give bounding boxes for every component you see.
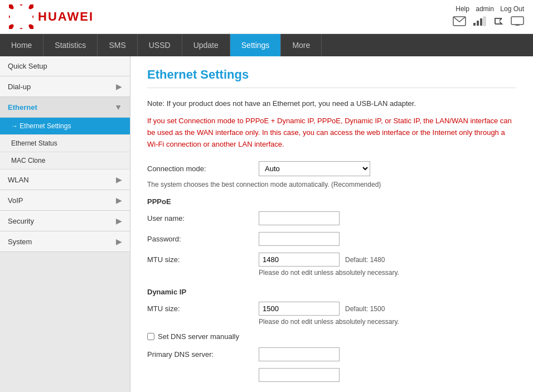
system-arrow: ▶ — [116, 237, 122, 246]
connection-mode-section: Connection mode: Auto PPPoE + Dynamic IP… — [147, 161, 516, 188]
svg-point-5 — [9, 23, 15, 29]
ethernet-submenu: → Ethernet Settings Ethernet Status MAC … — [0, 118, 130, 170]
monitor-icon — [511, 16, 524, 29]
password-row: Password: — [147, 232, 516, 246]
secondary-dns-row — [147, 368, 516, 382]
svg-point-1 — [27, 4, 33, 11]
svg-point-2 — [32, 14, 33, 19]
svg-point-4 — [19, 28, 23, 29]
pppoe-mtu-input[interactable] — [259, 253, 340, 267]
password-label: Password: — [147, 235, 259, 243]
main-container: Quick Setup Dial-up ▶ Ethernet ▼ → Ether… — [0, 56, 533, 392]
nav-sms[interactable]: SMS — [98, 34, 137, 56]
brand-name: HUAWEI — [38, 9, 94, 24]
sidebar-item-ethernet[interactable]: Ethernet ▼ — [0, 97, 130, 118]
security-arrow: ▶ — [116, 216, 122, 225]
username-input[interactable] — [259, 211, 340, 225]
nav-home[interactable]: Home — [0, 34, 43, 56]
dial-up-arrow: ▶ — [116, 82, 122, 91]
note-text: Note: If your product does not have an E… — [147, 99, 516, 108]
connection-mode-label: Connection mode: — [147, 164, 259, 173]
primary-dns-input[interactable] — [259, 347, 340, 361]
nav-statistics[interactable]: Statistics — [43, 34, 98, 56]
nav-ussd[interactable]: USSD — [138, 34, 182, 56]
sidebar-item-quick-setup[interactable]: Quick Setup — [0, 56, 130, 76]
help-link[interactable]: Help — [456, 5, 469, 13]
sidebar-subitem-ethernet-settings[interactable]: → Ethernet Settings — [0, 118, 130, 135]
dynamic-ip-mtu-inner: MTU size: Default: 1500 — [147, 302, 385, 316]
svg-rect-9 — [473, 23, 476, 26]
connection-mode-hint: The system chooses the best connection m… — [147, 181, 516, 188]
svg-point-6 — [9, 14, 10, 19]
signal-icon — [473, 16, 486, 29]
dynamic-ip-mtu-warn: Please do not edit unless absolutely nec… — [259, 318, 399, 326]
svg-point-0 — [19, 4, 23, 6]
pppoe-mtu-inner: MTU size: Default: 1480 — [147, 253, 385, 267]
pppoe-mtu-warn: Please do not edit unless absolutely nec… — [259, 269, 399, 277]
sidebar-item-security[interactable]: Security ▶ — [0, 211, 130, 231]
huawei-logo-icon — [9, 4, 33, 29]
logo: HUAWEI — [9, 4, 94, 29]
sidebar-subitem-ethernet-status[interactable]: Ethernet Status — [0, 135, 130, 152]
dynamic-ip-mtu-row: MTU size: Default: 1500 Please do not ed… — [147, 302, 516, 326]
svg-point-3 — [27, 23, 33, 29]
dns-checkbox[interactable] — [147, 333, 154, 340]
nav-update[interactable]: Update — [182, 34, 230, 56]
pppoe-section-title: PPPoE — [147, 197, 516, 206]
svg-rect-11 — [480, 18, 482, 26]
sidebar: Quick Setup Dial-up ▶ Ethernet ▼ → Ether… — [0, 56, 130, 392]
sidebar-item-dial-up[interactable]: Dial-up ▶ — [0, 76, 130, 97]
sidebar-subitem-mac-clone[interactable]: MAC Clone — [0, 152, 130, 170]
admin-link[interactable]: admin — [476, 5, 494, 13]
dynamic-ip-mtu-default: Default: 1500 — [345, 305, 385, 313]
dynamic-ip-mtu-label: MTU size: — [147, 304, 259, 313]
username-row: User name: — [147, 211, 516, 225]
ethernet-arrow: ▼ — [114, 103, 122, 112]
page-title: Ethernet Settings — [147, 67, 516, 88]
dns-checkbox-label: Set DNS server manually — [158, 332, 239, 341]
svg-rect-10 — [477, 21, 479, 26]
username-label: User name: — [147, 214, 259, 222]
pppoe-mtu-label: MTU size: — [147, 255, 259, 264]
wlan-arrow: ▶ — [116, 175, 122, 184]
main-nav: Home Statistics SMS USSD Update Settings… — [0, 34, 533, 56]
svg-point-7 — [9, 4, 15, 11]
voip-arrow: ▶ — [116, 196, 122, 205]
connection-mode-row: Connection mode: Auto PPPoE + Dynamic IP… — [147, 161, 516, 176]
dns-checkbox-row: Set DNS server manually — [147, 332, 516, 341]
connection-mode-select[interactable]: Auto PPPoE + Dynamic IP PPPoE Dynamic IP… — [259, 161, 370, 176]
pppoe-mtu-row: MTU size: Default: 1480 Please do not ed… — [147, 253, 516, 277]
primary-dns-row: Primary DNS server: — [147, 347, 516, 361]
header: HUAWEI Help admin Log Out — [0, 0, 533, 34]
secondary-dns-input[interactable] — [259, 368, 340, 382]
sidebar-item-system[interactable]: System ▶ — [0, 231, 130, 252]
sidebar-item-voip[interactable]: VoIP ▶ — [0, 190, 130, 211]
sidebar-item-wlan[interactable]: WLAN ▶ — [0, 170, 130, 190]
pppoe-mtu-default: Default: 1480 — [345, 256, 385, 264]
mail-icon[interactable] — [453, 16, 466, 29]
nav-settings[interactable]: Settings — [230, 34, 282, 56]
nav-more[interactable]: More — [281, 34, 322, 56]
primary-dns-label: Primary DNS server: — [147, 350, 259, 359]
header-icons — [453, 16, 524, 29]
transfer-icon — [493, 16, 504, 29]
logout-link[interactable]: Log Out — [500, 5, 524, 13]
header-links: Help admin Log Out — [451, 5, 524, 13]
dynamic-ip-section-title: Dynamic IP — [147, 288, 516, 296]
svg-rect-12 — [483, 17, 486, 26]
content-area: Ethernet Settings Note: If your product … — [130, 56, 533, 392]
password-input[interactable] — [259, 232, 340, 246]
svg-rect-14 — [511, 17, 524, 25]
dynamic-ip-mtu-input[interactable] — [259, 302, 340, 316]
warning-text: If you set Connection mode to PPPoE + Dy… — [147, 115, 516, 150]
header-right: Help admin Log Out — [451, 5, 524, 29]
